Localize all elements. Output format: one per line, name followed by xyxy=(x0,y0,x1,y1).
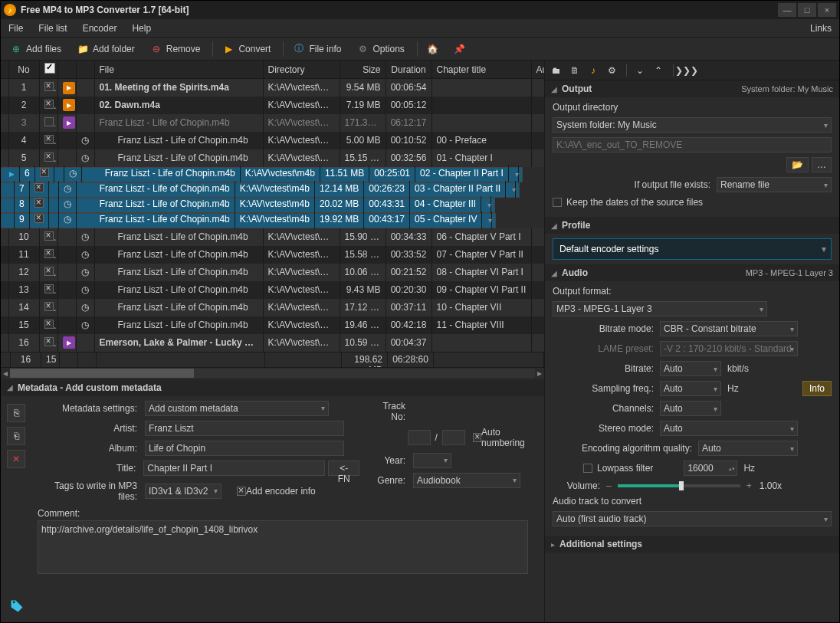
track-no-input[interactable] xyxy=(408,430,431,445)
output-header[interactable]: ◢ Output System folder: My Music xyxy=(545,80,839,97)
gear-icon[interactable]: ⚙ xyxy=(603,63,620,78)
col-chapter[interactable]: Chapter title xyxy=(431,61,531,79)
channels-select[interactable]: Auto xyxy=(660,401,721,416)
sampling-select[interactable]: Auto xyxy=(660,381,721,396)
bitrate-select[interactable]: Auto xyxy=(660,361,721,376)
add-files-button[interactable]: ⊕Add files xyxy=(4,41,67,57)
profile-select[interactable]: Default encoder settings xyxy=(553,238,832,260)
menu-file[interactable]: File xyxy=(1,20,31,37)
horizontal-scrollbar[interactable]: ◂ ▸ xyxy=(1,367,544,379)
row-checkbox[interactable] xyxy=(44,117,54,126)
keep-dates-checkbox[interactable]: Keep the dates of the source files xyxy=(553,197,832,208)
additional-header[interactable]: ▸ Additional settings xyxy=(545,536,839,553)
auto-numbering-checkbox[interactable]: Auto numbering xyxy=(473,427,538,448)
title-input[interactable] xyxy=(143,461,325,476)
metadata-settings-select[interactable]: Add custom metadata xyxy=(145,401,329,416)
table-row[interactable]: 14◷Franz Liszt - Life of Chopin.m4bK:\AV… xyxy=(1,299,544,316)
row-checkbox[interactable] xyxy=(44,337,54,346)
track-total-input[interactable] xyxy=(442,430,465,445)
add-folder-button[interactable]: 📁Add folder xyxy=(71,41,141,57)
row-checkbox[interactable] xyxy=(40,168,49,177)
table-row[interactable]: 1▶01. Meeting of the Spirits.m4aK:\AV\vc… xyxy=(1,79,544,97)
menu-links[interactable]: Links xyxy=(802,20,839,37)
row-checkbox[interactable] xyxy=(44,152,54,162)
row-checkbox[interactable] xyxy=(34,198,44,208)
home-button[interactable]: 🏠 xyxy=(421,41,445,57)
table-row[interactable]: 12◷Franz Liszt - Life of Chopin.m4bK:\AV… xyxy=(1,264,544,281)
remove-button[interactable]: ⊖Remove xyxy=(144,41,207,57)
col-directory[interactable]: Directory xyxy=(263,61,340,79)
year-select[interactable] xyxy=(413,453,451,468)
row-checkbox[interactable] xyxy=(44,82,54,91)
metadata-header[interactable]: ◢ Metadata - Add custom metadata xyxy=(1,379,544,396)
table-row[interactable]: 5◷Franz Liszt - Life of Chopin.m4bK:\AV\… xyxy=(1,149,544,167)
row-checkbox[interactable] xyxy=(44,100,54,109)
table-row[interactable]: 15◷Franz Liszt - Life of Chopin.m4bK:\AV… xyxy=(1,316,544,334)
table-row[interactable]: 13◷Franz Liszt - Life of Chopin.m4bK:\AV… xyxy=(1,281,544,299)
folder-icon[interactable]: 🖿 xyxy=(548,63,565,78)
check-all-icon[interactable] xyxy=(44,63,55,74)
convert-button[interactable]: ▶Convert xyxy=(216,41,277,57)
copy-metadata-button[interactable]: ⎘ xyxy=(7,404,25,422)
lowpass-input[interactable]: 16000 xyxy=(684,461,737,476)
row-checkbox[interactable] xyxy=(44,320,54,329)
bitrate-mode-select[interactable]: CBR - Constant bitrate xyxy=(660,321,798,336)
artist-input[interactable] xyxy=(145,421,344,436)
volume-minus[interactable]: – xyxy=(606,480,612,491)
table-row[interactable]: 7◷Franz Liszt - Life of Chopin.m4bK:\AV\… xyxy=(1,182,520,198)
more-path-button[interactable]: … xyxy=(812,157,832,172)
table-row[interactable]: 16▶Emerson, Lake & Palmer - Lucky Ma...K… xyxy=(1,334,544,352)
close-button[interactable]: × xyxy=(818,3,836,17)
table-row[interactable]: 3▶Franz Liszt - Life of Chopin.m4bK:\AV\… xyxy=(1,114,544,132)
fn-button[interactable]: <-FN xyxy=(328,461,359,476)
album-input[interactable] xyxy=(145,441,344,456)
table-row[interactable]: 11◷Franz Liszt - Life of Chopin.m4bK:\AV… xyxy=(1,246,544,264)
audio-header[interactable]: ◢ Audio MP3 - MPEG-1 Layer 3 xyxy=(545,264,839,281)
clear-metadata-button[interactable]: ✕ xyxy=(7,450,25,468)
output-dir-select[interactable]: System folder: My Music xyxy=(553,117,832,133)
table-row[interactable]: 4◷Franz Liszt - Life of Chopin.m4bK:\AV\… xyxy=(1,132,544,149)
row-checkbox[interactable] xyxy=(44,135,54,144)
file-info-button[interactable]: ⓘFile info xyxy=(287,41,347,57)
music-icon[interactable]: ♪ xyxy=(585,63,602,78)
col-duration[interactable]: Duration xyxy=(386,61,431,79)
enc-quality-select[interactable]: Auto xyxy=(698,441,798,456)
minimize-button[interactable]: — xyxy=(778,3,796,17)
genre-select[interactable]: Audiobook xyxy=(413,473,520,488)
add-encoder-checkbox[interactable]: Add encoder info xyxy=(237,486,316,497)
maximize-button[interactable]: □ xyxy=(798,3,816,17)
col-au[interactable]: Au xyxy=(531,61,544,79)
menu-encoder[interactable]: Encoder xyxy=(75,20,125,37)
pin-button[interactable]: 📌 xyxy=(448,41,471,57)
stereo-mode-select[interactable]: Auto xyxy=(660,421,798,436)
row-checkbox[interactable] xyxy=(44,302,54,311)
menu-filelist[interactable]: File list xyxy=(31,20,74,37)
audio-track-select[interactable]: Auto (first audio track) xyxy=(553,511,832,526)
volume-plus[interactable]: + xyxy=(746,480,752,491)
document-icon[interactable]: 🗎 xyxy=(566,63,583,78)
table-row[interactable]: ▶6◷Franz Liszt - Life of Chopin.m4bK:\AV… xyxy=(1,167,523,182)
row-checkbox[interactable] xyxy=(34,183,44,192)
menu-help[interactable]: Help xyxy=(124,20,159,37)
table-row[interactable]: 10◷Franz Liszt - Life of Chopin.m4bK:\AV… xyxy=(1,228,544,246)
table-row[interactable]: 2▶02. Dawn.m4aK:\AV\vctest\m4a7.19 MB00:… xyxy=(1,97,544,114)
table-row[interactable]: 9◷Franz Liszt - Life of Chopin.m4bK:\AV\… xyxy=(1,213,496,228)
profile-header[interactable]: ◢ Profile xyxy=(545,217,839,234)
row-checkbox[interactable] xyxy=(44,231,54,241)
volume-slider[interactable] xyxy=(618,484,740,487)
row-checkbox[interactable] xyxy=(44,284,54,293)
row-checkbox[interactable] xyxy=(34,214,44,223)
row-checkbox[interactable] xyxy=(44,249,54,258)
col-file[interactable]: File xyxy=(94,61,263,79)
col-size[interactable]: Size xyxy=(340,61,386,79)
tags-select[interactable]: ID3v1 & ID3v2 xyxy=(145,484,221,499)
comment-input[interactable] xyxy=(38,520,528,574)
col-check[interactable] xyxy=(39,61,57,79)
down-icon[interactable]: ⌄ xyxy=(632,63,648,78)
up-icon[interactable]: ⌃ xyxy=(650,63,667,78)
output-exists-select[interactable]: Rename file xyxy=(717,177,832,192)
lowpass-checkbox[interactable]: Lowpass filter xyxy=(583,463,653,474)
browse-button[interactable]: 📂 xyxy=(786,157,809,172)
row-checkbox[interactable] xyxy=(44,267,54,276)
col-no[interactable]: No xyxy=(8,61,39,79)
